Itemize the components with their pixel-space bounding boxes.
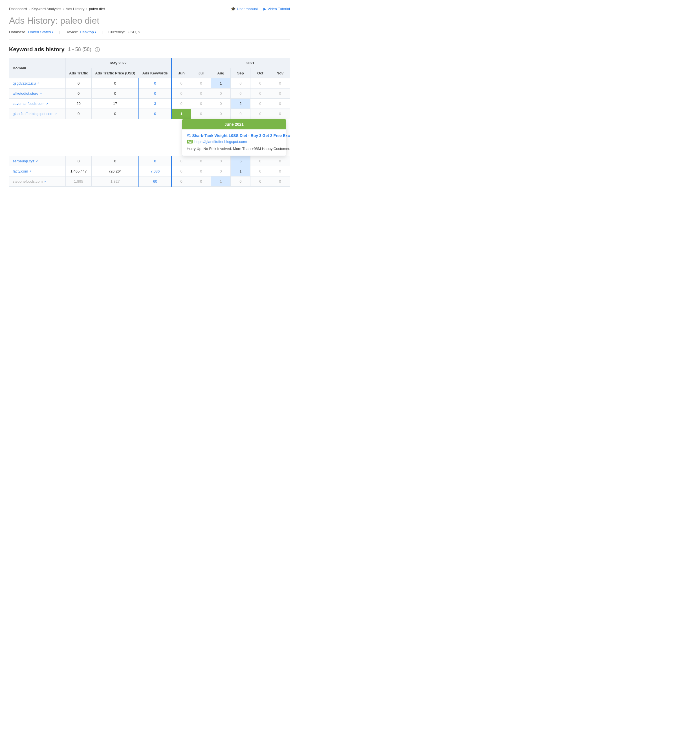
domain-link[interactable]: giantfitoffer.blogspot.com ↗ xyxy=(13,112,62,116)
ads-history-table: Domain May 2022 2021 Ads Traffic Ads Tra… xyxy=(9,58,290,186)
ads-traffic-cell: 1,465,447 xyxy=(66,166,92,176)
month-cell-nov: 0 xyxy=(270,156,290,166)
device-chevron-icon: ▾ xyxy=(95,31,96,34)
device-item: Device: Desktop ▾ xyxy=(65,30,96,34)
month-cell-nov: 0 xyxy=(270,99,290,109)
table-row: allketodiet.store ↗00000000010 xyxy=(9,88,290,99)
user-manual-link[interactable]: 🎓 User manual xyxy=(231,7,258,11)
domain-link[interactable]: allketodiet.store ↗ xyxy=(13,91,62,95)
month-cell-oct: 0 xyxy=(250,109,270,119)
month-cell-jun: 0 xyxy=(172,78,191,88)
ads-traffic-price-cell: 0 xyxy=(92,78,139,88)
database-item: Database: United States ▾ xyxy=(9,30,53,34)
section-heading: Keyword ads history 1 - 58 (58) i xyxy=(9,46,290,53)
ads-keywords-cell: 0 xyxy=(139,78,172,88)
domain-link[interactable]: cavemanfoods.com ↗ xyxy=(13,101,62,106)
ads-keywords-cell: 0 xyxy=(139,156,172,166)
month-cell-aug: 0 xyxy=(211,156,231,166)
month-cell-sep: 0 xyxy=(231,176,250,186)
ads-keywords-cell: 60 xyxy=(139,176,172,186)
external-link-icon: ↗ xyxy=(46,102,48,105)
external-link-icon: ↗ xyxy=(40,92,42,95)
ads-traffic-cell: 20 xyxy=(66,99,92,109)
breadcrumb-ads-history[interactable]: Ads History xyxy=(66,7,84,11)
ad-badge: Ad xyxy=(187,140,193,144)
domain-cell: allketodiet.store ↗ xyxy=(9,88,66,99)
table-body: qsgdvzzqz.icu ↗00000100000allketodiet.st… xyxy=(9,78,290,186)
month-cell-jul: 0 xyxy=(191,109,211,119)
breadcrumb-sep-1: › xyxy=(29,7,30,11)
tooltip-container: June 2021 #1 Shark-Tank Weight L0SS Diet… xyxy=(139,119,290,156)
table-row: facty.com ↗1,465,447726,2647,03600010000 xyxy=(9,166,290,176)
external-link-icon: ↗ xyxy=(35,160,38,163)
ads-keywords-cell: 3 xyxy=(139,99,172,109)
ads-traffic-cell: 1,895 xyxy=(66,176,92,186)
month-cell-jul: 0 xyxy=(191,88,211,99)
breadcrumb-sep-2: › xyxy=(63,7,64,11)
table-row: giantfitoffer.blogspot.com ↗00010000000 xyxy=(9,109,290,119)
ads-traffic-price-cell: 726,264 xyxy=(92,166,139,176)
external-link-icon: ↗ xyxy=(37,82,39,85)
tooltip-description: Hurry Up. No Risk Involved. More Than +9… xyxy=(187,146,281,152)
th-aug: Aug xyxy=(211,68,231,78)
ads-keywords-cell: 7,036 xyxy=(139,166,172,176)
month-cell-oct: 0 xyxy=(250,88,270,99)
month-cell-aug: 0 xyxy=(211,99,231,109)
th-ads-traffic: Ads Traffic xyxy=(66,68,92,78)
ads-traffic-price-cell: 0 xyxy=(92,156,139,166)
ads-traffic-price-cell: 0 xyxy=(92,109,139,119)
month-cell-nov: 0 xyxy=(270,88,290,99)
month-cell-nov: 0 xyxy=(270,166,290,176)
month-cell-sep: 1 xyxy=(231,166,250,176)
month-cell-sep: 0 xyxy=(231,78,250,88)
domain-link[interactable]: qsgdvzzqz.icu ↗ xyxy=(13,81,62,85)
month-cell-nov: 0 xyxy=(270,109,290,119)
video-tutorial-link[interactable]: ▶ Video Tutorial xyxy=(263,7,290,11)
table-row: qsgdvzzqz.icu ↗00000100000 xyxy=(9,78,290,88)
breadcrumb-dashboard[interactable]: Dashboard xyxy=(9,7,27,11)
manual-icon: 🎓 xyxy=(231,7,235,11)
tooltip-url-link[interactable]: https://giantfitoffer.blogspot.com/ xyxy=(194,139,247,144)
external-link-icon: ↗ xyxy=(44,180,46,183)
ads-traffic-price-cell: 1,827 xyxy=(92,176,139,186)
currency-item: Currency: USD, $ xyxy=(108,30,140,34)
month-cell-jun: 0 xyxy=(172,99,191,109)
tooltip-body: #1 Shark-Tank Weight L0SS Diet - Buy 3 G… xyxy=(182,129,286,156)
breadcrumb-keyword-analytics[interactable]: Keyword Analytics xyxy=(32,7,62,11)
th-jun: Jun xyxy=(172,68,191,78)
month-cell-oct: 0 xyxy=(250,176,270,186)
month-cell-aug: 1 xyxy=(211,176,231,186)
month-cell-nov: 0 xyxy=(270,176,290,186)
db-separator-2: | xyxy=(102,30,103,34)
th-nov: Nov xyxy=(270,68,290,78)
month-cell-jun: 0 xyxy=(172,156,191,166)
ads-traffic-cell: 0 xyxy=(66,156,92,166)
tooltip-title[interactable]: #1 Shark-Tank Weight L0SS Diet - Buy 3 G… xyxy=(187,133,281,138)
month-cell-jun: 1 xyxy=(172,109,191,119)
table-wrapper: Domain May 2022 2021 Ads Traffic Ads Tra… xyxy=(9,58,290,186)
col-group-row: Domain May 2022 2021 xyxy=(9,58,290,68)
month-cell-oct: 0 xyxy=(250,156,270,166)
th-oct: Oct xyxy=(250,68,270,78)
month-cell-aug: 1 xyxy=(211,78,231,88)
domain-link[interactable]: facty.com ↗ xyxy=(13,169,62,173)
ads-keywords-cell: 0 xyxy=(139,109,172,119)
month-cell-jul: 0 xyxy=(191,166,211,176)
domain-cell: esrpeuop.xyz ↗ xyxy=(9,156,66,166)
domain-link[interactable]: esrpeuop.xyz ↗ xyxy=(13,159,62,163)
tooltip-row: June 2021 #1 Shark-Tank Weight L0SS Diet… xyxy=(9,119,290,156)
domain-cell: qsgdvzzqz.icu ↗ xyxy=(9,78,66,88)
domain-link[interactable]: steponefoods.com ↗ xyxy=(13,179,62,184)
month-cell-oct: 0 xyxy=(250,78,270,88)
month-cell-jul: 0 xyxy=(191,176,211,186)
database-dropdown[interactable]: United States ▾ xyxy=(28,30,53,34)
video-icon: ▶ xyxy=(263,7,266,11)
breadcrumb-links: 🎓 User manual ▶ Video Tutorial xyxy=(231,7,290,11)
ads-traffic-cell: 0 xyxy=(66,88,92,99)
external-link-icon: ↗ xyxy=(29,170,32,173)
tooltip-url-row: Ad https://giantfitoffer.blogspot.com/ xyxy=(187,139,281,144)
info-icon[interactable]: i xyxy=(95,47,100,52)
ads-traffic-price-cell: 17 xyxy=(92,99,139,109)
device-dropdown[interactable]: Desktop ▾ xyxy=(80,30,96,34)
ads-traffic-cell: 0 xyxy=(66,109,92,119)
